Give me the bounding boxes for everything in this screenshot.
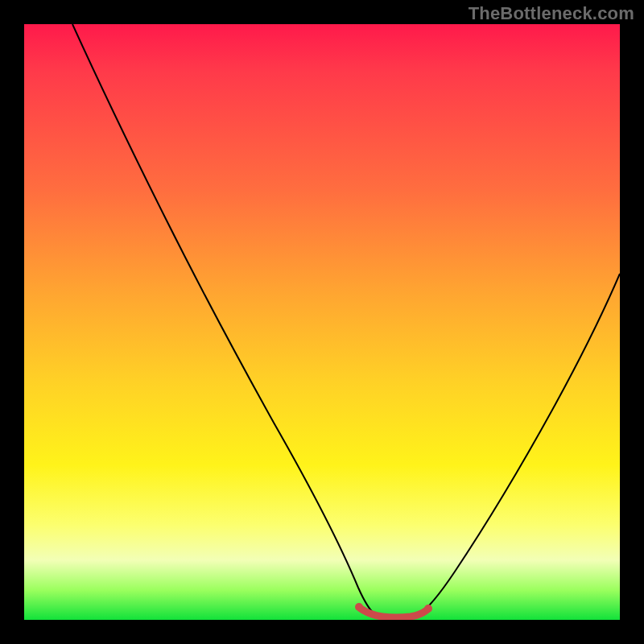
curve-right-arm bbox=[417, 274, 620, 616]
bottleneck-curve bbox=[24, 24, 620, 620]
optimal-range-marker bbox=[361, 609, 427, 617]
chart-frame: TheBottleneck.com bbox=[0, 0, 644, 644]
plot-area bbox=[24, 24, 620, 620]
watermark-text: TheBottleneck.com bbox=[469, 3, 634, 24]
optimal-range-start-dot bbox=[355, 603, 363, 611]
optimal-range-end-dot bbox=[424, 605, 432, 613]
curve-left-arm bbox=[72, 24, 377, 616]
